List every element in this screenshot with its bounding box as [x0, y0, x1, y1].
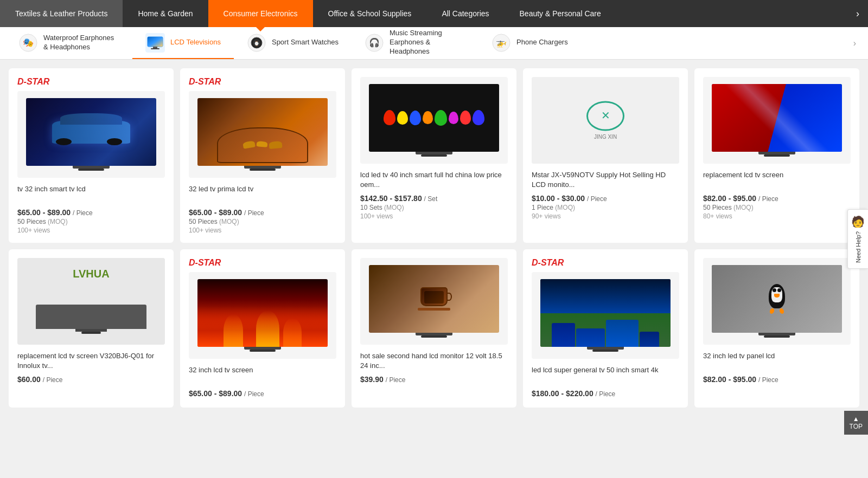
- sub-nav-next-arrow[interactable]: ›: [847, 27, 863, 59]
- product-image: [360, 77, 508, 164]
- top-navigation: Textiles & Leather Products Home & Garde…: [0, 0, 868, 27]
- product-card-2[interactable]: D-STAR 32 led tv prima lcd tv $65.00: [180, 68, 345, 243]
- price-min: $65.00: [17, 208, 41, 217]
- svg-text:✕: ✕: [601, 109, 610, 121]
- brand-label: D-STAR: [17, 77, 165, 87]
- product-card-10[interactable]: 32 inch led tv panel lcd $82.00 - $95.00…: [694, 249, 859, 408]
- price-min: $142.50: [360, 194, 388, 203]
- help-avatar-icon: 🧑: [851, 215, 865, 228]
- product-card-7[interactable]: D-STAR 32 inch lcd tv screen $65.00 - $8…: [180, 249, 345, 408]
- subnav-music-earphones[interactable]: 🎧 Music Streaming Earphones & Headphones: [352, 27, 478, 59]
- price-unit: / Piece: [386, 376, 406, 384]
- product-card-6[interactable]: LVHUA replacement lcd tv screen V320BJ6-…: [9, 249, 174, 408]
- product-views: 90+ views: [532, 212, 679, 220]
- moq-label: (MOQ): [733, 204, 754, 211]
- price-unit: / Piece: [244, 209, 264, 217]
- nav-item-consumer-electronics[interactable]: Consumer Electronics: [208, 0, 313, 27]
- product-moq: 50 Pieces (MOQ): [17, 218, 165, 225]
- svg-rect-4: [153, 47, 157, 48]
- product-price: $82.00 - $95.00 / Piece: [703, 375, 851, 384]
- product-title: led lcd super general tv 50 inch smart 4…: [532, 365, 679, 385]
- product-moq: 50 Pieces (MOQ): [703, 204, 851, 211]
- price-min: $82.00: [703, 375, 726, 384]
- product-moq: 50 Pieces (MOQ): [189, 218, 336, 225]
- product-image: [703, 258, 851, 345]
- svg-rect-6: [148, 37, 163, 47]
- product-views: 80+ views: [703, 212, 851, 220]
- earphones-icon: 🎭: [18, 33, 38, 53]
- brand-label: D-STAR: [189, 258, 336, 268]
- product-grid-section: D-STAR tv 32 inch smart tv lcd $65.00 - …: [0, 60, 868, 416]
- price-unit: / Piece: [587, 195, 607, 203]
- svg-text:⌚: ⌚: [254, 41, 259, 46]
- product-views: 100+ views: [360, 212, 508, 220]
- product-moq: 10 Sets (MOQ): [360, 204, 508, 211]
- product-card-5[interactable]: replacement lcd tv screen $82.00 - $95.0…: [694, 68, 859, 243]
- product-image: ✕ JING XIN: [532, 77, 679, 164]
- product-card-3[interactable]: lcd led tv 40 inch smart full hd china l…: [352, 68, 516, 243]
- moq-label: (MOQ): [219, 218, 239, 225]
- subnav-sport-watches[interactable]: ⌚ Sport Smart Watches: [234, 27, 352, 59]
- need-help-tab[interactable]: 🧑 Need Help?: [847, 209, 868, 269]
- product-grid: D-STAR tv 32 inch smart tv lcd $65.00 - …: [9, 68, 859, 408]
- subnav-lcd-televisions[interactable]: LCD Televisions: [132, 27, 234, 59]
- nav-item-home-garden[interactable]: Home & Garden: [123, 0, 208, 27]
- svg-text:🚁: 🚁: [496, 37, 507, 48]
- watch-icon: ⌚: [247, 33, 266, 53]
- product-title: 32 led tv prima lcd tv: [189, 184, 336, 204]
- svg-text:🎭: 🎭: [23, 37, 34, 48]
- price-min: $65.00: [189, 389, 212, 398]
- price-max: $30.00: [561, 194, 585, 203]
- product-price: $65.00 - $89.00 / Piece: [189, 389, 336, 398]
- price-min: $180.00: [532, 389, 559, 398]
- price-min: $39.90: [360, 375, 384, 384]
- moq-label: (MOQ): [48, 218, 68, 225]
- subnav-chargers-label: Phone Chargers: [516, 38, 568, 47]
- price-unit: / Piece: [758, 195, 778, 203]
- price-max: $157.80: [394, 194, 422, 203]
- price-max: $95.00: [733, 194, 756, 203]
- product-title: Mstar JX-V59NOTV Supply Hot Selling HD L…: [532, 170, 679, 190]
- nav-item-office-school[interactable]: Office & School Supplies: [313, 0, 427, 27]
- product-image: [360, 258, 508, 345]
- price-max: $95.00: [733, 375, 756, 384]
- svg-text:🎧: 🎧: [369, 37, 380, 48]
- nav-item-beauty[interactable]: Beauty & Personal Care: [505, 0, 616, 27]
- subnav-watches-label: Sport Smart Watches: [272, 38, 339, 47]
- back-to-top-button[interactable]: ▲TOP: [844, 411, 868, 416]
- product-card-8[interactable]: hot sale second hand lcd monitor 12 volt…: [352, 249, 516, 408]
- price-unit: / Piece: [244, 390, 264, 398]
- top-nav-next-arrow[interactable]: ›: [847, 0, 868, 27]
- price-min: $82.00: [703, 194, 726, 203]
- lcd-icon: [145, 33, 165, 53]
- subnav-waterproof-earphones[interactable]: 🎭 Waterproof Earphones & Headphones: [5, 27, 132, 59]
- product-title: 32 inch led tv panel lcd: [703, 351, 851, 371]
- subnav-phone-chargers[interactable]: 🚁 Phone Chargers: [478, 27, 581, 59]
- brand-label: D-STAR: [532, 258, 679, 268]
- product-price: $180.00 - $220.00 / Piece: [532, 389, 679, 398]
- price-unit: / Set: [424, 195, 438, 203]
- subnav-waterproof-label: Waterproof Earphones & Headphones: [43, 34, 119, 52]
- product-title: tv 32 inch smart tv lcd: [17, 184, 165, 204]
- price-min: $65.00: [189, 208, 212, 217]
- product-image: [189, 272, 336, 359]
- product-image: LVHUA: [17, 258, 165, 345]
- product-image: [703, 77, 851, 164]
- product-image: [189, 91, 336, 178]
- product-title: replacement lcd tv screen V320BJ6-Q01 fo…: [17, 351, 165, 371]
- product-title: lcd led tv 40 inch smart full hd china l…: [360, 170, 508, 190]
- product-title: 32 inch lcd tv screen: [189, 365, 336, 385]
- nav-item-all-categories[interactable]: All Categories: [426, 0, 504, 27]
- product-price: $65.00 - $89.00 / Piece: [189, 208, 336, 217]
- charger-icon: 🚁: [492, 33, 511, 53]
- nav-item-textiles[interactable]: Textiles & Leather Products: [0, 0, 123, 27]
- need-help-label: Need Help?: [855, 231, 861, 263]
- product-card-1[interactable]: D-STAR tv 32 inch smart tv lcd $65.00 - …: [9, 68, 174, 243]
- product-card-4[interactable]: ✕ JING XIN Mstar JX-V59NOTV Supply Hot S…: [523, 68, 688, 243]
- product-price: $10.00 - $30.00 / Piece: [532, 194, 679, 203]
- sub-navigation: 🎭 Waterproof Earphones & Headphones: [0, 27, 868, 60]
- price-min: $10.00: [532, 194, 555, 203]
- svg-rect-5: [151, 48, 159, 49]
- product-card-9[interactable]: D-STAR led lcd super general tv 50 inch …: [523, 249, 688, 408]
- product-views: 100+ views: [17, 227, 165, 234]
